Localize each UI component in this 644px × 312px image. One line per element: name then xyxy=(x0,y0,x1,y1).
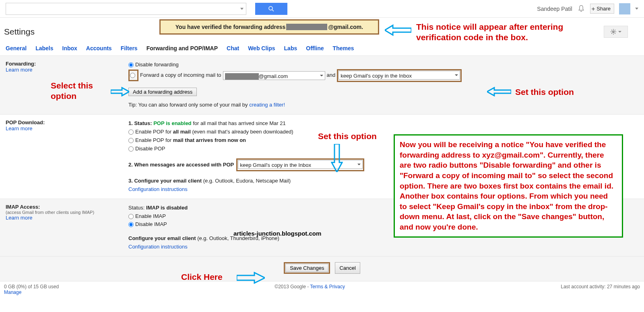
annotation-click-here: Click Here xyxy=(181,272,223,282)
bell-icon[interactable] xyxy=(577,5,585,13)
forwarding-label: Forwarding: xyxy=(6,61,128,67)
tab-general[interactable]: General xyxy=(6,45,27,51)
plus-icon: + xyxy=(592,5,595,12)
imap-sublabel: (access Gmail from other clients using I… xyxy=(6,210,128,215)
tab-webclips[interactable]: Web Clips xyxy=(248,45,275,51)
imap-learn-more[interactable]: Learn more xyxy=(6,215,32,221)
svg-line-1 xyxy=(272,10,274,11)
search-input[interactable] xyxy=(6,3,246,15)
annotation-instructions-box: Now you will be receiving a notice "You … xyxy=(394,134,623,238)
share-button[interactable]: + Share xyxy=(590,4,614,14)
avatar[interactable] xyxy=(619,3,630,14)
verification-banner: You have verified the forwarding address… xyxy=(159,19,379,35)
imap-disable-label: Disable IMAP xyxy=(135,221,167,227)
forward-copy-label: Forward a copy of incoming mail to xyxy=(140,71,221,80)
chevron-down-icon xyxy=(618,31,621,33)
tab-offline[interactable]: Offline xyxy=(306,45,324,51)
pop-item3-suffix: (e.g. Outlook, Eudora, Netscape Mail) xyxy=(203,178,291,184)
imap-enable-label: Enable IMAP xyxy=(135,213,166,219)
save-button[interactable]: Save Changes xyxy=(285,264,328,272)
create-filter-link[interactable]: creating a filter! xyxy=(249,102,285,108)
forwarding-email-select[interactable]: @gmail.com xyxy=(223,71,325,80)
pop-status-num: 1. Status: xyxy=(128,120,152,126)
chevron-down-icon xyxy=(357,164,361,165)
pop-all-mail-radio[interactable] xyxy=(128,129,134,135)
disable-forwarding-label: Disable forwarding xyxy=(135,62,179,68)
chevron-down-icon xyxy=(320,75,323,76)
imap-status: IMAP is disabled xyxy=(146,205,188,211)
actions-row: Save Changes Cancel xyxy=(0,257,644,281)
page-title: Settings xyxy=(4,27,35,37)
svg-marker-5 xyxy=(487,88,511,96)
topbar: Sandeep Patil + Share xyxy=(0,0,644,18)
enable-forwarding-radio[interactable] xyxy=(130,73,135,78)
svg-point-2 xyxy=(613,31,614,33)
tab-labs[interactable]: Labs xyxy=(284,45,297,51)
terms-link[interactable]: Terms & Privacy xyxy=(310,284,345,289)
pop-status: POP is enabled xyxy=(153,120,191,126)
gear-icon xyxy=(610,29,617,35)
watermark: articles-junction.blogspot.com xyxy=(233,230,321,237)
footer: 0 GB (0%) of 15 GB used Manage ©2013 Goo… xyxy=(0,281,644,298)
pop-config-link[interactable]: Configuration instructions xyxy=(128,186,188,192)
chevron-down-icon[interactable] xyxy=(635,8,638,10)
annotation-set-option-mid: Set this option xyxy=(318,131,377,142)
pop-label: POP Download: xyxy=(6,119,128,125)
arrow-down-icon xyxy=(331,144,343,172)
annotation-notice-text: This notice will appear after entering v… xyxy=(416,22,589,43)
imap-config-link[interactable]: Configuration instructions xyxy=(128,244,188,250)
pop-now-prefix: Enable POP for xyxy=(135,137,173,143)
pop-disable-radio[interactable] xyxy=(128,146,134,152)
imap-config: Configure your email client xyxy=(128,235,197,241)
tab-themes[interactable]: Themes xyxy=(333,45,354,51)
chevron-down-icon xyxy=(240,8,244,10)
tab-inbox[interactable]: Inbox xyxy=(62,45,77,51)
settings-gear-button[interactable] xyxy=(604,26,628,38)
settings-tabs: General Labels Inbox Accounts Filters Fo… xyxy=(0,45,644,56)
copyright-text: ©2013 Google - xyxy=(275,284,310,289)
and-text: and xyxy=(327,71,336,80)
tab-filters[interactable]: Filters xyxy=(121,45,138,51)
imap-label: IMAP Access: xyxy=(6,204,128,210)
pop-disable-label: Disable POP xyxy=(135,146,165,152)
search-button[interactable] xyxy=(255,3,287,15)
tab-accounts[interactable]: Accounts xyxy=(86,45,112,51)
imap-status-prefix: Status: xyxy=(128,205,146,211)
pop-all-suffix: (even mail that's already been downloade… xyxy=(191,129,293,135)
arrow-right-icon xyxy=(111,87,129,96)
arrow-left-icon xyxy=(385,24,411,36)
add-forwarding-button[interactable]: Add a forwarding address xyxy=(128,88,197,96)
cancel-button[interactable]: Cancel xyxy=(335,262,360,274)
imap-enable-radio[interactable] xyxy=(128,214,134,219)
tab-chat[interactable]: Chat xyxy=(227,45,239,51)
svg-marker-4 xyxy=(111,88,129,96)
svg-point-0 xyxy=(269,6,272,10)
tab-labels[interactable]: Labels xyxy=(35,45,53,51)
activity-text: Last account activity: 27 minutes ago xyxy=(561,284,640,289)
pop-copy-select[interactable]: keep Gmail's copy in the Inbox xyxy=(238,160,363,169)
annotation-set-option-right: Set this option xyxy=(515,87,574,97)
chevron-down-icon xyxy=(455,74,458,76)
redacted-email xyxy=(225,73,259,80)
annotation-select-option: Select this option xyxy=(51,80,119,102)
pop-all-prefix: Enable POP for xyxy=(135,129,173,135)
pop-now-on-radio[interactable] xyxy=(128,138,134,143)
pop-status-suffix: for all mail that has arrived since Mar … xyxy=(193,120,285,126)
forwarding-learn-more[interactable]: Learn more xyxy=(6,67,32,73)
imap-disable-radio[interactable] xyxy=(128,222,134,227)
pop-now-bold: mail that arrives from now on xyxy=(173,137,246,143)
manage-storage-link[interactable]: Manage xyxy=(4,289,21,295)
forwarding-copy-select[interactable]: keep Gmail's copy in the Inbox xyxy=(339,71,460,80)
tab-forwarding[interactable]: Forwarding and POP/IMAP xyxy=(147,45,218,51)
pop-item2: 2. When messages are accessed with POP xyxy=(128,161,234,169)
svg-marker-7 xyxy=(237,273,265,283)
username: Sandeep Patil xyxy=(537,6,572,12)
svg-marker-6 xyxy=(332,144,342,172)
redacted-email xyxy=(286,24,327,30)
pop-learn-more[interactable]: Learn more xyxy=(6,125,32,131)
pop-item3: 3. Configure your email client xyxy=(128,178,203,184)
storage-text: 0 GB (0%) of 15 GB used xyxy=(4,284,59,289)
disable-forwarding-radio[interactable] xyxy=(128,62,134,68)
svg-marker-3 xyxy=(385,25,411,35)
arrow-right-icon xyxy=(237,272,265,284)
